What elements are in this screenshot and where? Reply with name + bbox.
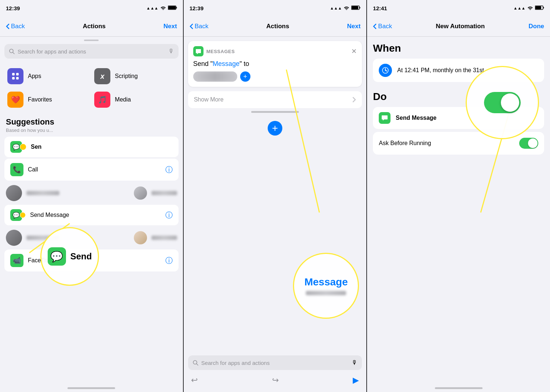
when-detail: At 12:41 PM, monthly on the 31st bbox=[397, 67, 484, 74]
facetime-icon: 📹 bbox=[10, 254, 23, 267]
call-label: Call bbox=[28, 166, 161, 173]
search-icon-1 bbox=[9, 48, 15, 54]
zoom-circle-2: Message bbox=[293, 253, 359, 319]
zoom-circle-3 bbox=[466, 66, 539, 139]
nav-title-2: Actions bbox=[266, 23, 289, 30]
mic-icon-2[interactable]: 🎙 bbox=[352, 359, 358, 366]
send-message-label-2: Send Message bbox=[30, 212, 161, 218]
chevron-right-icon bbox=[352, 97, 356, 103]
facetime-info-icon[interactable]: ⓘ bbox=[165, 256, 173, 266]
battery-icon-3 bbox=[535, 5, 544, 11]
done-button[interactable]: Done bbox=[529, 23, 544, 30]
send-msg-badge bbox=[20, 144, 26, 150]
send-message-item[interactable]: 💬 Sen bbox=[4, 137, 179, 157]
add-action-button[interactable]: + bbox=[268, 121, 282, 136]
back-button-1[interactable]: Back bbox=[6, 23, 25, 30]
status-icons-2: ▲▲▲ bbox=[330, 5, 361, 11]
ask-label: Ask Before Running bbox=[379, 140, 431, 147]
status-time-2: 12:39 bbox=[190, 5, 203, 11]
apps-icon bbox=[7, 68, 23, 84]
home-indicator-3 bbox=[435, 387, 483, 389]
status-bar-2: 12:39 ▲▲▲ bbox=[184, 0, 367, 16]
status-icons-3: ▲▲▲ bbox=[513, 5, 544, 11]
messages-card: MESSAGES ✕ Send "Message" to + bbox=[188, 41, 362, 87]
category-favorites[interactable]: ❤️ Favorites bbox=[4, 88, 91, 111]
battery-icon-2 bbox=[351, 5, 360, 11]
recipient-pill[interactable] bbox=[193, 71, 237, 82]
bottom-search-2[interactable]: Search for apps and actions 🎙 bbox=[188, 355, 362, 370]
bottom-toolbar: ↩ ↪ ▶ bbox=[184, 372, 367, 388]
wifi-icon-1 bbox=[160, 5, 166, 11]
screen-3: 12:41 ▲▲▲ Back New Automation Done When bbox=[366, 0, 550, 392]
when-title: When bbox=[373, 42, 544, 54]
play-button[interactable]: ▶ bbox=[353, 376, 359, 385]
svg-rect-6 bbox=[16, 73, 19, 75]
messages-header: MESSAGES ✕ bbox=[193, 46, 357, 56]
blurred-name-1 bbox=[26, 191, 59, 195]
do-item-label: Send Message bbox=[396, 115, 436, 121]
status-time-3: 12:41 bbox=[373, 5, 387, 11]
search-placeholder-1: Search for apps and actions bbox=[18, 48, 165, 55]
messages-label: MESSAGES bbox=[206, 49, 349, 54]
media-icon: 🎵 bbox=[94, 92, 110, 108]
send-msg-info-icon[interactable]: ⓘ bbox=[165, 210, 173, 220]
drag-handle-1 bbox=[84, 40, 99, 41]
category-grid-1: Apps x Scripting ❤️ Favorites 🎵 Media bbox=[0, 62, 183, 114]
next-button-2[interactable]: Next bbox=[347, 23, 360, 30]
avatar-1 bbox=[6, 185, 22, 201]
svg-line-14 bbox=[197, 364, 198, 365]
send-message-row[interactable]: 💬 Send Message ⓘ bbox=[4, 205, 179, 225]
nav-bar-3: Back New Automation Done bbox=[367, 16, 550, 37]
search-bar-1[interactable]: Search for apps and actions 🎙 bbox=[4, 44, 179, 59]
zoom-message-text: Message bbox=[304, 276, 348, 288]
svg-rect-12 bbox=[352, 6, 358, 9]
zoom-blurred-text bbox=[306, 291, 346, 295]
back-button-3[interactable]: Back bbox=[373, 23, 392, 30]
signal-icon-3: ▲▲▲ bbox=[513, 6, 525, 10]
zoom-toggle-thumb bbox=[501, 93, 519, 112]
zoom-text-1: Send bbox=[70, 251, 92, 262]
ask-toggle[interactable] bbox=[519, 138, 538, 149]
screen-2: 12:39 ▲▲▲ Back Actions Next MESSAGES ✕ bbox=[183, 0, 367, 392]
show-more[interactable]: Show More bbox=[188, 91, 362, 108]
call-item[interactable]: 📞 Call ⓘ bbox=[4, 159, 179, 181]
suggestions-title: Suggestions bbox=[0, 114, 183, 127]
redo-button[interactable]: ↪ bbox=[272, 376, 279, 385]
battery-icon-1 bbox=[168, 5, 177, 11]
avatar-row-1 bbox=[0, 182, 183, 204]
avatar-2 bbox=[134, 186, 147, 200]
messages-icon bbox=[193, 46, 203, 56]
category-scripting[interactable]: x Scripting bbox=[91, 64, 178, 88]
add-recipient-button[interactable]: + bbox=[240, 71, 250, 82]
recipient-row: + bbox=[193, 71, 357, 82]
signal-icon-1: ▲▲▲ bbox=[146, 6, 158, 10]
wifi-icon-2 bbox=[344, 5, 349, 11]
undo-button[interactable]: ↩ bbox=[191, 376, 198, 385]
avatar-text-1 bbox=[26, 191, 129, 195]
category-media[interactable]: 🎵 Media bbox=[91, 88, 178, 111]
back-button-2[interactable]: Back bbox=[190, 23, 209, 30]
scripting-icon: x bbox=[94, 68, 110, 84]
call-info-icon[interactable]: ⓘ bbox=[165, 165, 173, 175]
favorites-label: Favorites bbox=[28, 96, 52, 103]
clock-icon bbox=[379, 64, 392, 77]
apps-label: Apps bbox=[28, 73, 41, 79]
close-button[interactable]: ✕ bbox=[351, 47, 357, 55]
next-button-1[interactable]: Next bbox=[164, 23, 177, 30]
nav-title-1: Actions bbox=[83, 23, 106, 30]
recipient-blur bbox=[193, 71, 237, 82]
send-link[interactable]: Message bbox=[213, 60, 239, 67]
mic-icon-1[interactable]: 🎙 bbox=[168, 48, 174, 55]
search-icon-2 bbox=[192, 360, 198, 366]
status-bar-3: 12:41 ▲▲▲ bbox=[367, 0, 550, 16]
home-indicator-1 bbox=[67, 387, 115, 389]
avatar-3 bbox=[6, 230, 22, 246]
media-label: Media bbox=[115, 96, 131, 103]
scripting-label: Scripting bbox=[115, 73, 138, 79]
category-apps[interactable]: Apps bbox=[4, 64, 91, 88]
zoom-circle-1: 💬 Send bbox=[40, 227, 99, 286]
avatar-4 bbox=[134, 231, 147, 244]
zoom-toggle-container bbox=[467, 67, 538, 138]
zoom-content-1: 💬 Send bbox=[40, 240, 99, 273]
svg-line-21 bbox=[385, 70, 387, 71]
